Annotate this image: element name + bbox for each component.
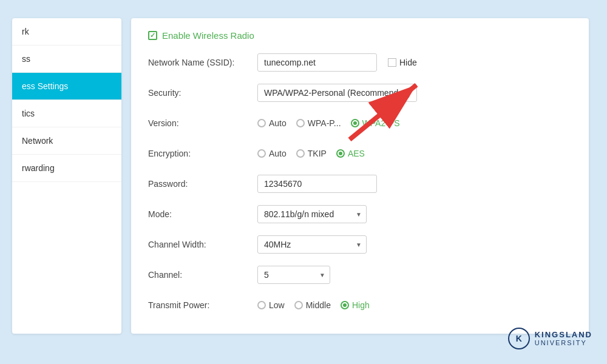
kingsland-university: UNIVERSITY <box>535 339 592 347</box>
password-label: Password: <box>148 179 257 189</box>
channel-select[interactable]: 1234 567 891011 <box>257 266 330 284</box>
power-middle-option[interactable]: Middle <box>294 300 331 310</box>
transmit-power-row: Transmit Power: Low Middle High <box>148 295 572 315</box>
kingsland-logo: K KINGSLAND UNIVERSITY <box>508 328 592 349</box>
encryption-tkip-radio[interactable] <box>296 149 305 158</box>
encryption-label: Encryption: <box>148 149 257 158</box>
power-low-option[interactable]: Low <box>257 300 285 310</box>
password-input[interactable] <box>257 175 377 193</box>
power-middle-radio[interactable] <box>294 301 303 309</box>
sidebar-item-guest-network[interactable]: Network <box>12 127 121 155</box>
encryption-aes-radio[interactable] <box>336 149 345 158</box>
version-wpa2-radio[interactable] <box>351 119 359 127</box>
version-wpap-radio[interactable] <box>296 119 305 127</box>
password-row: Password: <box>148 174 572 194</box>
power-high-label: High <box>352 300 370 310</box>
network-name-input[interactable] <box>257 53 377 72</box>
power-low-label: Low <box>269 300 285 310</box>
version-controls: Auto WPA-P... WPA2-PS <box>257 118 572 128</box>
enable-wireless-checkbox[interactable] <box>148 31 157 40</box>
sidebar-item-wireless-settings[interactable]: ess Settings <box>12 73 121 100</box>
version-auto-label: Auto <box>269 118 287 128</box>
mode-select-wrapper: 802.11b/g/n mixed 802.11b only 802.11g o… <box>257 205 367 223</box>
sidebar-item-network[interactable]: rk <box>12 18 121 46</box>
encryption-auto-radio[interactable] <box>257 149 266 158</box>
password-controls <box>257 175 572 193</box>
network-name-row: Network Name (SSID): Hide <box>148 53 572 72</box>
channel-width-select-wrapper: 20MHz 40MHz <box>257 235 367 254</box>
encryption-row: Encryption: Auto TKIP AES <box>148 144 572 163</box>
version-auto-option[interactable]: Auto <box>257 118 287 128</box>
kingsland-name: KINGSLAND <box>535 330 592 340</box>
sidebar-item-port-forwarding[interactable]: rwarding <box>12 155 121 182</box>
security-row: Security: WPA/WPA2-Personal (Recommended… <box>148 83 572 103</box>
version-wpa2-label: WPA2-PS <box>362 118 400 128</box>
mode-label: Mode: <box>148 209 257 219</box>
version-label: Version: <box>148 118 257 128</box>
channel-select-wrapper: 1234 567 891011 <box>257 266 330 284</box>
encryption-aes-label: AES <box>348 149 365 158</box>
channel-width-label: Channel Width: <box>148 240 257 249</box>
security-controls: WPA/WPA2-Personal (Recommended) <box>257 84 572 102</box>
version-auto-radio[interactable] <box>257 119 266 127</box>
network-name-controls: Hide <box>257 53 572 72</box>
mode-controls: 802.11b/g/n mixed 802.11b only 802.11g o… <box>257 205 572 223</box>
channel-width-row: Channel Width: 20MHz 40MHz <box>148 235 572 254</box>
kingsland-text: KINGSLAND UNIVERSITY <box>535 330 592 348</box>
channel-width-controls: 20MHz 40MHz <box>257 235 572 254</box>
security-value: WPA/WPA2-Personal (Recommended) <box>257 84 417 102</box>
version-wpa2-option[interactable]: WPA2-PS <box>351 118 400 128</box>
channel-width-select[interactable]: 20MHz 40MHz <box>257 235 367 254</box>
sidebar-item-wireless[interactable]: ss <box>12 46 121 73</box>
encryption-controls: Auto TKIP AES <box>257 149 572 158</box>
sidebar-item-statistics[interactable]: tics <box>12 100 121 127</box>
hide-area: Hide <box>388 58 417 67</box>
version-row: Version: Auto WPA-P... WPA2-PS <box>148 113 572 133</box>
channel-controls: 1234 567 891011 <box>257 266 572 284</box>
content-panel: Enable Wireless Radio Network Name (SSID… <box>131 18 589 334</box>
encryption-aes-option[interactable]: AES <box>336 149 365 158</box>
kingsland-circle-icon: K <box>508 328 530 349</box>
encryption-auto-option[interactable]: Auto <box>257 149 287 158</box>
channel-label: Channel: <box>148 270 257 280</box>
sidebar: rk ss ess Settings tics Network rwarding <box>12 18 121 334</box>
hide-label: Hide <box>399 58 417 67</box>
hide-checkbox[interactable] <box>388 58 396 67</box>
version-wpap-option[interactable]: WPA-P... <box>296 118 341 128</box>
mode-row: Mode: 802.11b/g/n mixed 802.11b only 802… <box>148 204 572 224</box>
mode-select[interactable]: 802.11b/g/n mixed 802.11b only 802.11g o… <box>257 205 367 223</box>
encryption-tkip-option[interactable]: TKIP <box>296 149 327 158</box>
channel-row: Channel: 1234 567 891011 <box>148 265 572 285</box>
enable-wireless-row: Enable Wireless Radio <box>148 30 572 41</box>
power-high-option[interactable]: High <box>341 300 370 310</box>
security-label: Security: <box>148 88 257 98</box>
power-high-radio[interactable] <box>341 301 349 309</box>
encryption-auto-label: Auto <box>269 149 287 158</box>
power-middle-label: Middle <box>306 300 331 310</box>
main-layout: rk ss ess Settings tics Network rwarding… <box>0 0 607 364</box>
network-name-label: Network Name (SSID): <box>148 58 257 67</box>
transmit-power-label: Transmit Power: <box>148 300 257 310</box>
version-wpap-label: WPA-P... <box>308 118 341 128</box>
power-low-radio[interactable] <box>257 301 266 309</box>
transmit-power-controls: Low Middle High <box>257 300 572 310</box>
encryption-tkip-label: TKIP <box>308 149 327 158</box>
enable-wireless-label: Enable Wireless Radio <box>162 30 254 41</box>
